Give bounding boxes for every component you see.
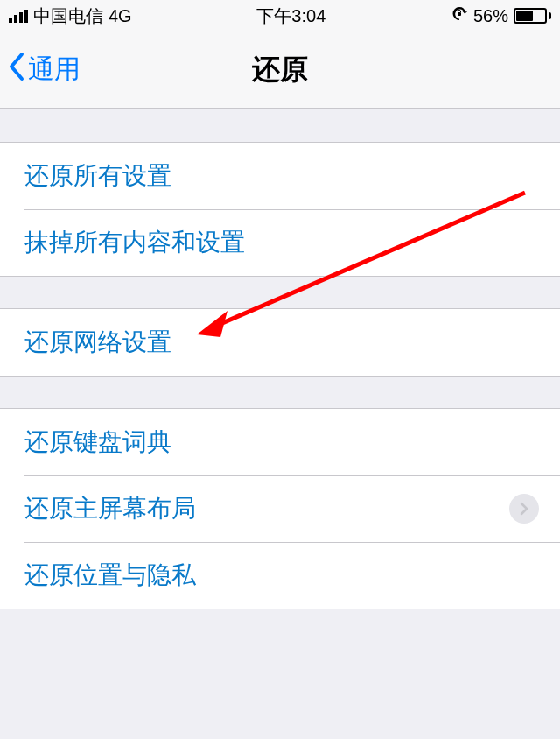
battery-icon — [514, 8, 551, 24]
settings-group-1: 还原所有设置 抹掉所有内容和设置 — [0, 142, 560, 277]
back-button[interactable]: 通用 — [7, 32, 80, 108]
chevron-right-icon — [509, 494, 539, 524]
reset-keyboard-dictionary-row[interactable]: 还原键盘词典 — [0, 409, 560, 475]
status-left: 中国电信 4G — [9, 4, 132, 28]
nav-bar: 通用 还原 — [0, 32, 560, 109]
settings-group-3: 还原键盘词典 还原主屏幕布局 还原位置与隐私 — [0, 408, 560, 609]
battery-pct: 56% — [473, 6, 508, 26]
reset-all-settings-row[interactable]: 还原所有设置 — [0, 143, 560, 209]
status-bar: 中国电信 4G 下午3:04 56% — [0, 0, 560, 32]
reset-location-privacy-row[interactable]: 还原位置与隐私 — [0, 542, 560, 609]
carrier-label: 中国电信 — [33, 4, 103, 28]
settings-group-2: 还原网络设置 — [0, 308, 560, 377]
status-time: 下午3:04 — [256, 4, 326, 28]
network-label: 4G — [108, 6, 132, 26]
svg-rect-0 — [458, 12, 461, 16]
erase-all-content-row[interactable]: 抹掉所有内容和设置 — [0, 209, 560, 276]
row-label: 还原网络设置 — [24, 326, 172, 359]
orientation-lock-icon — [451, 5, 468, 27]
signal-bars-icon — [9, 10, 28, 23]
row-label: 还原主屏幕布局 — [24, 492, 196, 525]
reset-home-screen-layout-row[interactable]: 还原主屏幕布局 — [0, 475, 560, 542]
reset-network-settings-row[interactable]: 还原网络设置 — [0, 309, 560, 376]
screen: 中国电信 4G 下午3:04 56% 通用 还原 还原所有设置 — [0, 0, 560, 739]
row-label: 还原键盘词典 — [24, 426, 172, 459]
row-label: 抹掉所有内容和设置 — [24, 226, 245, 259]
back-label: 通用 — [28, 52, 80, 88]
page-title: 还原 — [252, 51, 308, 89]
row-label: 还原所有设置 — [24, 159, 172, 193]
row-label: 还原位置与隐私 — [24, 559, 196, 592]
status-right: 56% — [451, 5, 551, 27]
chevron-left-icon — [7, 51, 26, 88]
